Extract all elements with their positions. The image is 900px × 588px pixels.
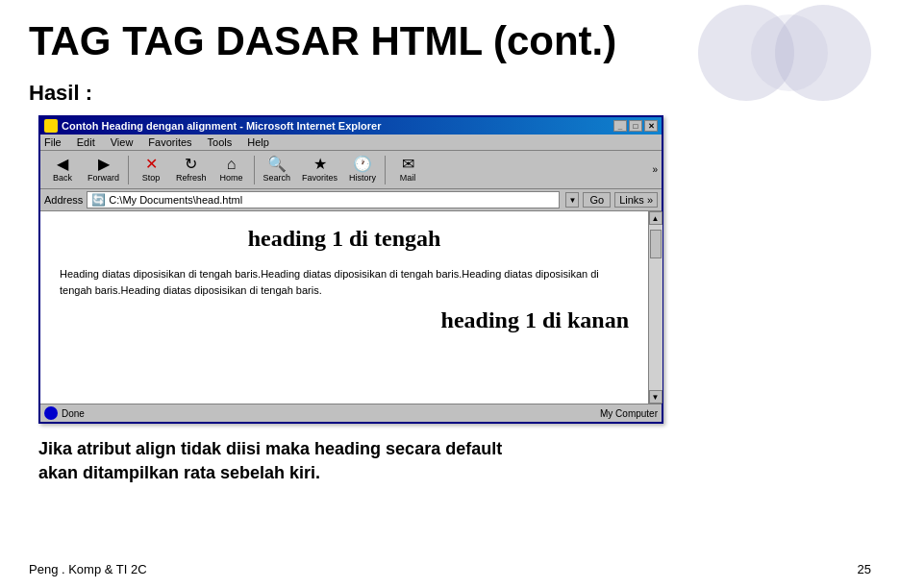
- menu-edit[interactable]: Edit: [77, 136, 95, 148]
- browser-title: Contoh Heading dengan alignment - Micros…: [62, 120, 381, 132]
- forward-label: Forward: [88, 173, 119, 183]
- titlebar-buttons[interactable]: _ □ ✕: [613, 120, 658, 132]
- address-text: C:\My Documents\head.html: [109, 194, 242, 206]
- bottom-text: Jika atribut align tidak diisi maka head…: [38, 437, 871, 485]
- browser-statusbar: Done My Computer: [40, 404, 662, 422]
- footer-left: Peng . Komp & TI 2C: [29, 562, 147, 576]
- history-icon: 🕐: [353, 157, 372, 172]
- menu-favorites[interactable]: Favorites: [148, 136, 191, 148]
- forward-icon: ▶: [98, 157, 110, 172]
- scrollbar[interactable]: ▲ ▼: [648, 211, 662, 404]
- statusbar-text: Done: [62, 408, 85, 419]
- browser-content-area: heading 1 di tengah Heading diatas dipos…: [40, 211, 662, 404]
- browser-toolbar: ◀ Back ▶ Forward ✕ Stop ↻ Refresh ⌂ Home: [40, 151, 662, 189]
- back-icon: ◀: [57, 157, 68, 172]
- favorites-label: Favorites: [302, 173, 338, 183]
- history-button[interactable]: 🕐 History: [344, 154, 381, 185]
- toolbar-separator-2: [254, 156, 255, 184]
- toolbar-separator-1: [128, 156, 129, 184]
- bottom-text-line2: akan ditampilkan rata sebelah kiri.: [38, 461, 871, 485]
- search-button[interactable]: 🔍 Search: [259, 154, 296, 185]
- favorites-button[interactable]: ★ Favorites: [297, 154, 342, 185]
- minimize-button[interactable]: _: [613, 120, 627, 132]
- forward-button[interactable]: ▶ Forward: [83, 154, 124, 185]
- browser-titlebar: Contoh Heading dengan alignment - Micros…: [40, 117, 662, 135]
- stop-icon: ✕: [145, 157, 158, 172]
- refresh-label: Refresh: [176, 173, 207, 183]
- heading-right: heading 1 di kanan: [60, 307, 629, 333]
- favorites-icon: ★: [313, 157, 327, 172]
- toolbar-more[interactable]: »: [652, 164, 658, 175]
- menu-file[interactable]: File: [44, 136, 62, 148]
- browser-window: Contoh Heading dengan alignment - Micros…: [38, 115, 663, 424]
- scrollbar-track[interactable]: [649, 225, 662, 390]
- statusbar-computer: My Computer: [600, 408, 658, 419]
- page-icon: 🔄: [91, 193, 106, 207]
- browser-content: heading 1 di tengah Heading diatas dipos…: [40, 211, 648, 404]
- refresh-button[interactable]: ↻ Refresh: [171, 154, 212, 185]
- maximize-button[interactable]: □: [629, 120, 642, 132]
- footer-right: 25: [858, 562, 871, 576]
- status-right: My Computer: [600, 408, 658, 419]
- home-button[interactable]: ⌂ Home: [213, 154, 250, 185]
- heading-center: heading 1 di tengah: [60, 226, 629, 252]
- back-button[interactable]: ◀ Back: [44, 154, 81, 185]
- hasil-label: Hasil :: [29, 81, 871, 106]
- back-label: Back: [53, 173, 72, 183]
- stop-label: Stop: [142, 173, 161, 183]
- page-footer: Peng . Komp & TI 2C 25: [29, 562, 871, 576]
- address-dropdown[interactable]: ▼: [565, 192, 579, 208]
- address-input-wrap[interactable]: 🔄 C:\My Documents\head.html: [87, 191, 560, 208]
- close-button[interactable]: ✕: [644, 120, 658, 132]
- status-icon: [44, 406, 58, 420]
- mail-button[interactable]: ✉ Mail: [389, 154, 426, 185]
- home-icon: ⌂: [227, 157, 237, 172]
- browser-addressbar: Address 🔄 C:\My Documents\head.html ▼ Go…: [40, 189, 662, 211]
- toolbar-separator-3: [385, 156, 386, 184]
- scrollbar-thumb[interactable]: [650, 230, 662, 258]
- address-label: Address: [44, 194, 83, 206]
- stop-button[interactable]: ✕ Stop: [133, 154, 169, 185]
- menu-help[interactable]: Help: [247, 136, 269, 148]
- links-button[interactable]: Links »: [614, 192, 658, 208]
- scroll-up-arrow[interactable]: ▲: [649, 211, 662, 225]
- mail-label: Mail: [400, 173, 416, 183]
- bottom-text-line1: Jika atribut align tidak diisi maka head…: [38, 437, 871, 461]
- menu-view[interactable]: View: [111, 136, 134, 148]
- search-icon: 🔍: [267, 157, 287, 172]
- go-button[interactable]: Go: [583, 192, 611, 208]
- mail-icon: ✉: [402, 157, 414, 172]
- home-label: Home: [220, 173, 243, 183]
- status-left: Done: [44, 406, 85, 420]
- history-label: History: [349, 173, 376, 183]
- scroll-down-arrow[interactable]: ▼: [649, 390, 662, 404]
- refresh-icon: ↻: [185, 157, 197, 172]
- menu-tools[interactable]: Tools: [208, 136, 233, 148]
- content-paragraph: Heading diatas diposisikan di tengah bar…: [60, 266, 629, 298]
- browser-favicon: [44, 119, 58, 133]
- browser-menubar: File Edit View Favorites Tools Help: [40, 135, 662, 151]
- page-title: TAG TAG DASAR HTML (cont.): [29, 19, 871, 63]
- search-label: Search: [263, 173, 291, 183]
